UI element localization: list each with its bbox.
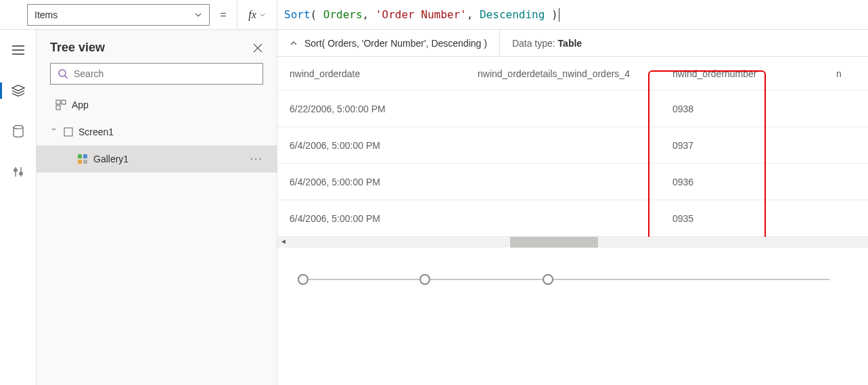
svg-rect-7 — [64, 128, 72, 136]
chevron-down-icon: › — [49, 128, 59, 136]
tree-label-gallery: Gallery1 — [93, 154, 129, 164]
data-button[interactable] — [5, 120, 32, 142]
datatype-value: Table — [558, 38, 583, 49]
result-expression: Sort( Orders, 'Order Number', Descending… — [304, 38, 487, 49]
hamburger-icon — [12, 45, 24, 55]
property-dropdown[interactable]: Items — [27, 4, 210, 26]
more-button[interactable]: ··· — [250, 153, 263, 165]
search-icon — [58, 68, 68, 79]
tree-label-app: App — [72, 99, 89, 110]
database-icon — [13, 125, 24, 137]
svg-rect-8 — [78, 154, 82, 158]
screen-icon — [64, 127, 73, 137]
result-bar: Sort( Orders, 'Order Number', Descending… — [277, 30, 868, 57]
tree-panel: Tree view App › Screen1 Gallery1 — [37, 30, 277, 385]
table-row[interactable]: 6/22/2006, 5:00:00 PM 0938 — [277, 91, 868, 127]
tree-item-app[interactable]: App — [37, 91, 277, 118]
close-icon[interactable] — [252, 43, 263, 53]
tree-title: Tree view — [50, 41, 105, 55]
chevron-down-icon — [194, 11, 202, 19]
layers-icon — [12, 85, 25, 97]
tree-label-screen: Screen1 — [78, 127, 114, 137]
gallery-control[interactable] — [290, 260, 843, 341]
chevron-up-icon[interactable] — [290, 39, 298, 47]
search-input[interactable] — [74, 68, 256, 79]
selection-handle[interactable] — [298, 274, 309, 285]
chevron-down-icon — [259, 12, 266, 18]
formula-token-id: Orders — [323, 8, 363, 21]
tree-search[interactable] — [50, 63, 263, 85]
scroll-left-icon[interactable]: ◄ — [280, 237, 287, 245]
table-row[interactable]: 6/4/2006, 5:00:00 PM 0936 — [277, 164, 868, 200]
formula-editor[interactable]: Sort ( Orders , 'Order Number' , Descend… — [277, 8, 868, 22]
tools-icon — [12, 166, 24, 178]
property-selected: Items — [35, 9, 58, 20]
hamburger-button[interactable] — [5, 39, 32, 61]
text-cursor — [559, 8, 559, 22]
table-row[interactable]: 6/4/2006, 5:00:00 PM 0935 — [277, 200, 868, 237]
formula-token-str: 'Order Number' — [375, 8, 467, 21]
formula-token-kw: Descending — [480, 8, 545, 21]
selection-handle[interactable] — [419, 274, 430, 285]
col-header-next[interactable]: n — [836, 68, 856, 79]
selection-handle[interactable] — [543, 274, 553, 285]
datatype-label: Data type: — [512, 38, 558, 49]
table-row[interactable]: 6/4/2006, 5:00:00 PM 0937 — [277, 127, 868, 164]
svg-point-3 — [59, 70, 66, 76]
fx-label: fx — [248, 9, 256, 21]
result-table: nwind_orderdate nwind_orderdetails_nwind… — [277, 57, 868, 237]
col-header-orderdate[interactable]: nwind_orderdate — [290, 68, 478, 79]
fx-button[interactable]: fx — [237, 0, 277, 30]
svg-point-0 — [14, 126, 23, 129]
scrollbar-thumb[interactable] — [510, 237, 598, 248]
svg-rect-11 — [83, 160, 87, 164]
col-header-orderdetails[interactable]: nwind_orderdetails_nwind_orders_4 — [478, 68, 660, 79]
svg-rect-9 — [83, 154, 87, 158]
col-header-ordernumber[interactable]: nwind_ordernumber — [660, 68, 836, 79]
tree-view-button[interactable] — [5, 80, 32, 101]
horizontal-scrollbar[interactable]: ◄ — [277, 237, 868, 248]
svg-rect-10 — [78, 160, 82, 164]
tools-button[interactable] — [5, 161, 32, 183]
selection-line — [303, 279, 829, 280]
tree-item-screen[interactable]: › Screen1 — [37, 118, 277, 145]
canvas-area: Sort( Orders, 'Order Number', Descending… — [277, 30, 868, 385]
formula-bar: Items = fx Sort ( Orders , 'Order Number… — [0, 0, 868, 30]
formula-token-fn: Sort — [284, 8, 311, 21]
gallery-icon — [77, 154, 88, 164]
tree-item-gallery[interactable]: Gallery1 ··· — [37, 145, 277, 173]
svg-rect-5 — [62, 100, 66, 104]
svg-rect-6 — [56, 106, 60, 110]
svg-rect-4 — [56, 100, 60, 104]
left-rail — [0, 30, 37, 385]
app-icon — [55, 99, 66, 110]
equals-label: = — [210, 9, 237, 21]
